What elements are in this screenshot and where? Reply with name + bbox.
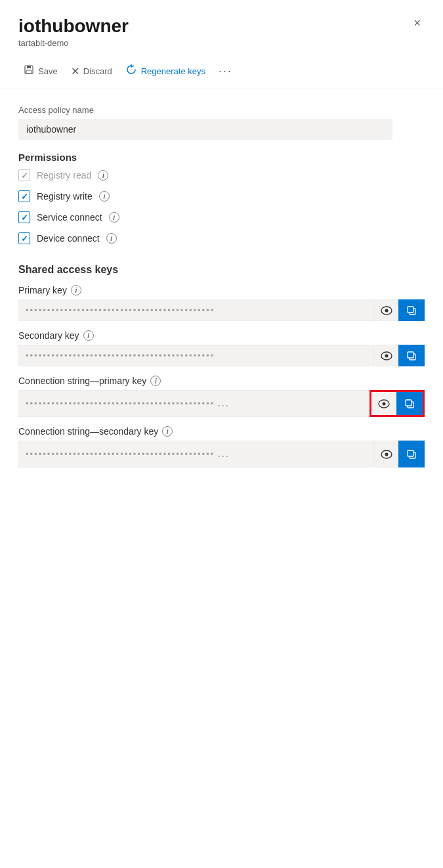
check-icon-device-connect: ✓ xyxy=(21,234,28,244)
info-icon-device-connect[interactable]: i xyxy=(106,233,117,244)
conn-primary-copy-button[interactable] xyxy=(396,392,423,415)
save-button[interactable]: Save xyxy=(18,60,63,81)
secondary-key-row: ••••••••••••••••••••••••••••••••••••••••… xyxy=(18,345,425,366)
content-area: Access policy name Permissions ✓ Registr… xyxy=(0,89,443,483)
permission-device-connect: ✓ Device connect i xyxy=(18,232,425,244)
info-icon-service-connect[interactable]: i xyxy=(109,212,119,223)
svg-rect-18 xyxy=(408,450,413,456)
permissions-section: Permissions ✓ Registry read i ✓ Registry… xyxy=(18,152,425,244)
conn-primary-ellipsis: ... xyxy=(217,396,229,410)
info-icon-conn-primary[interactable]: i xyxy=(150,376,161,386)
conn-secondary-eye-button[interactable] xyxy=(373,441,398,467)
regenerate-icon xyxy=(125,64,137,78)
conn-primary-label: Connection string—primary key xyxy=(18,376,146,386)
permission-service-connect: ✓ Service connect i xyxy=(18,211,425,223)
check-icon-service-connect: ✓ xyxy=(21,213,28,223)
svg-point-4 xyxy=(385,309,388,312)
copy-icon-conn-secondary xyxy=(406,449,417,460)
copy-icon-conn-primary xyxy=(404,399,415,409)
perm-label-service-connect: Service connect xyxy=(37,212,102,223)
copy-icon-secondary xyxy=(406,351,417,361)
secondary-key-eye-button[interactable] xyxy=(373,345,398,366)
check-icon-registry-read: ✓ xyxy=(21,171,28,181)
save-icon xyxy=(24,64,34,77)
conn-primary-row: ••••••••••••••••••••••••••••••••••••••••… xyxy=(18,390,425,417)
panel-title-row: iothubowner × xyxy=(18,16,425,37)
conn-primary-field: ••••••••••••••••••••••••••••••••••••••••… xyxy=(18,390,369,417)
conn-primary-eye-button[interactable] xyxy=(371,392,396,415)
toolbar: Save ✕ Discard Regenerate keys ··· xyxy=(0,53,443,89)
info-icon-primary-key[interactable]: i xyxy=(71,285,81,295)
secondary-key-copy-button[interactable] xyxy=(398,345,425,366)
access-policy-label: Access policy name xyxy=(18,105,425,115)
close-button[interactable]: × xyxy=(410,16,425,30)
conn-primary-dots: ••••••••••••••••••••••••••••••••••••••••… xyxy=(26,399,215,408)
conn-secondary-dots: ••••••••••••••••••••••••••••••••••••••••… xyxy=(26,449,215,459)
copy-icon-primary xyxy=(406,305,417,316)
permissions-title: Permissions xyxy=(18,152,425,163)
info-icon-registry-read[interactable]: i xyxy=(98,170,108,181)
keys-section: Shared access keys Primary key i •••••••… xyxy=(18,264,425,467)
keys-section-title: Shared access keys xyxy=(18,264,425,276)
primary-key-copy-button[interactable] xyxy=(398,299,425,321)
eye-icon-secondary xyxy=(381,351,392,360)
perm-label-registry-write: Registry write xyxy=(37,191,93,202)
eye-icon-primary xyxy=(381,306,392,315)
svg-rect-1 xyxy=(27,66,31,68)
panel-header: iothubowner × tartabit-demo xyxy=(0,0,443,53)
conn-primary-highlighted-actions xyxy=(369,390,425,417)
primary-key-label-row: Primary key i xyxy=(18,285,425,295)
info-icon-secondary-key[interactable]: i xyxy=(83,330,94,341)
conn-primary-label-row: Connection string—primary key i xyxy=(18,376,425,386)
panel-title: iothubowner xyxy=(18,16,129,37)
save-label: Save xyxy=(38,66,58,76)
panel: iothubowner × tartabit-demo Save ✕ Disca… xyxy=(0,0,443,868)
regenerate-keys-button[interactable]: Regenerate keys xyxy=(120,60,211,82)
checkbox-service-connect[interactable]: ✓ xyxy=(18,211,30,223)
eye-icon-conn-primary xyxy=(378,399,390,408)
conn-secondary-label-row: Connection string—secondary key i xyxy=(18,426,425,437)
conn-secondary-row: ••••••••••••••••••••••••••••••••••••••••… xyxy=(18,441,425,467)
checkbox-registry-read[interactable]: ✓ xyxy=(18,169,30,181)
permission-registry-write: ✓ Registry write i xyxy=(18,190,425,202)
checkbox-registry-write[interactable]: ✓ xyxy=(18,190,30,202)
eye-icon-conn-secondary xyxy=(381,450,392,459)
panel-subtitle: tartabit-demo xyxy=(18,38,425,48)
svg-rect-2 xyxy=(26,70,32,74)
svg-rect-14 xyxy=(406,400,411,406)
check-icon-registry-write: ✓ xyxy=(21,192,28,202)
more-options-button[interactable]: ··· xyxy=(213,62,238,81)
svg-point-16 xyxy=(385,452,388,456)
svg-rect-6 xyxy=(408,307,413,313)
svg-rect-10 xyxy=(408,352,413,358)
discard-label: Discard xyxy=(83,66,112,76)
secondary-key-label-row: Secondary key i xyxy=(18,330,425,341)
primary-key-label: Primary key xyxy=(18,285,67,295)
conn-secondary-field: ••••••••••••••••••••••••••••••••••••••••… xyxy=(18,441,373,467)
primary-key-row: ••••••••••••••••••••••••••••••••••••••••… xyxy=(18,299,425,321)
primary-key-eye-button[interactable] xyxy=(373,299,398,321)
perm-label-device-connect: Device connect xyxy=(37,233,100,244)
checkbox-device-connect[interactable]: ✓ xyxy=(18,232,30,244)
conn-secondary-copy-button[interactable] xyxy=(398,441,425,467)
regenerate-label: Regenerate keys xyxy=(141,66,205,76)
secondary-key-label: Secondary key xyxy=(18,330,79,341)
secondary-key-field: ••••••••••••••••••••••••••••••••••••••••… xyxy=(18,345,373,366)
conn-secondary-ellipsis: ... xyxy=(217,446,229,460)
svg-point-8 xyxy=(385,354,388,357)
discard-button[interactable]: ✕ Discard xyxy=(66,61,117,81)
access-policy-input[interactable] xyxy=(18,119,392,140)
perm-label-registry-read: Registry read xyxy=(37,170,91,181)
info-icon-conn-secondary[interactable]: i xyxy=(162,426,173,437)
info-icon-registry-write[interactable]: i xyxy=(99,191,110,202)
permission-registry-read: ✓ Registry read i xyxy=(18,169,425,181)
discard-icon: ✕ xyxy=(71,65,79,77)
access-policy-field: Access policy name xyxy=(18,105,425,140)
conn-secondary-label: Connection string—secondary key xyxy=(18,426,158,437)
primary-key-field: ••••••••••••••••••••••••••••••••••••••••… xyxy=(18,299,373,321)
svg-point-12 xyxy=(383,402,386,405)
